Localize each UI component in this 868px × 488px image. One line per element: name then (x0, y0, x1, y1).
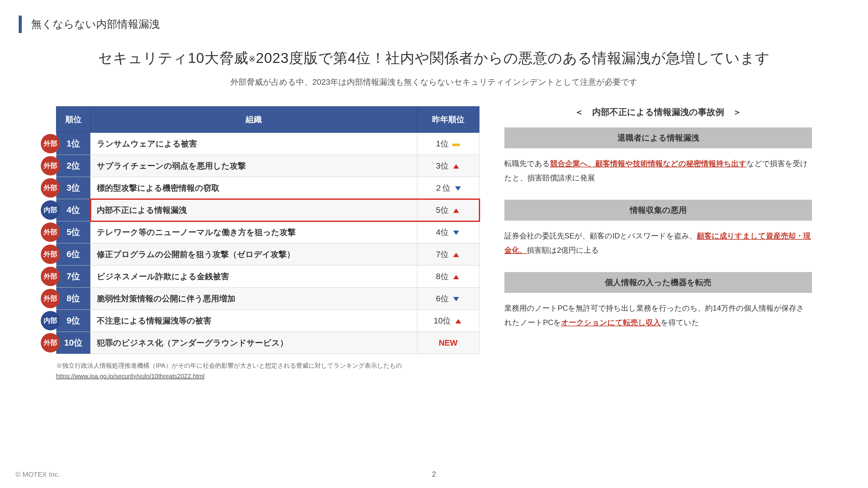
trend-down-icon (454, 184, 462, 193)
threat-name-cell: 不注意による情報漏洩等の被害 (91, 310, 417, 332)
source-badge: 外部 (41, 267, 60, 286)
rank-cell: 内部9位 (56, 310, 91, 332)
prev-rank-cell: NEW (417, 332, 479, 354)
source-badge: 外部 (41, 156, 60, 175)
threat-name-cell: 犯罪のビジネス化（アンダーグラウンドサービス） (91, 332, 417, 354)
case-text-post: 損害額は2億円に上る (527, 246, 599, 254)
source-badge: 外部 (41, 245, 60, 264)
rank-cell: 外部5位 (56, 221, 91, 243)
page-title: セキュリティ10大脅威※2023度版で第4位！社内や関係者からの悪意のある情報漏… (19, 49, 849, 68)
prev-rank-value: 6位 (436, 294, 448, 303)
threat-name-cell: 脆弱性対策情報の公開に伴う悪用増加 (91, 288, 417, 310)
footnote-link[interactable]: https://www.ipa.go.jp/security/vuln/10th… (56, 373, 205, 379)
title-post: 2023度版で第4位！社内や関係者からの悪意のある情報漏洩が急増しています (256, 50, 770, 66)
title-pre: セキュリティ10大脅威 (98, 50, 248, 66)
rank-cell: 外部2位 (56, 155, 91, 177)
trend-up-icon (454, 317, 463, 326)
table-row: 外部8位脆弱性対策情報の公開に伴う悪用増加6位 (56, 288, 479, 310)
prev-rank-new: NEW (439, 338, 458, 347)
threat-name-cell: ランサムウェアによる被害 (91, 133, 417, 155)
source-badge: 外部 (41, 289, 60, 308)
rank-cell: 外部7位 (56, 265, 91, 288)
trend-down-icon (452, 228, 461, 237)
table-row: 外部2位サプライチェーンの弱点を悪用した攻撃3位 (56, 155, 479, 177)
prev-rank-value: 1位 (436, 139, 448, 148)
source-badge: 内部 (41, 200, 60, 220)
svg-rect-0 (453, 144, 460, 146)
page-number: 2 (432, 470, 436, 479)
threat-name-cell: ビジネスメール詐欺による金銭被害 (91, 265, 417, 288)
cases-title: ＜ 内部不正による情報漏洩の事故例 ＞ (504, 106, 812, 118)
source-badge: 外部 (41, 333, 60, 352)
rank-cell: 外部8位 (56, 288, 91, 310)
case-body: 業務用のノートPCを無許可で持ち出し業務を行ったのち、約14万件の個人情報が保存… (504, 301, 812, 329)
prev-rank-cell: ２位 (417, 177, 479, 199)
rank-cell: 外部3位 (56, 177, 91, 199)
prev-rank-cell: 4位 (417, 221, 479, 243)
source-badge: 外部 (41, 134, 60, 153)
table-row: 外部6位修正プログラムの公開前を狙う攻撃（ゼロデイ攻撃）7位 (56, 243, 479, 265)
table-row: 内部4位内部不正による情報漏洩5位 (56, 199, 479, 221)
ranking-table-wrap: 順位 組織 昨年順位 外部1位ランサムウェアによる被害1位外部2位サプライチェー… (56, 106, 479, 354)
case-header: 退職者による情報漏洩 (504, 127, 812, 148)
rank-cell: 外部10位 (56, 332, 91, 354)
prev-rank-value: 4位 (436, 228, 448, 237)
prev-rank-value: ２位 (434, 183, 451, 193)
table-row: 外部3位標的型攻撃による機密情報の窃取２位 (56, 177, 479, 199)
prev-rank-value: 7位 (436, 250, 448, 259)
title-footnote-mark: ※ (248, 54, 256, 64)
trend-up-icon (452, 273, 461, 281)
trend-down-icon (452, 295, 461, 304)
prev-rank-cell: 1位 (417, 133, 479, 155)
prev-rank-cell: 6位 (417, 288, 479, 310)
case-header: 情報収集の悪用 (504, 200, 812, 221)
table-row: 外部10位犯罪のビジネス化（アンダーグラウンドサービス）NEW (56, 332, 479, 354)
footnote: ※独立行政法人情報処理推進機構（IPA）がその年に社会的影響が大きいと想定される… (56, 360, 479, 381)
table-row: 外部1位ランサムウェアによる被害1位 (56, 133, 479, 155)
section-accent-bar (19, 16, 22, 33)
case-body: 転職先である競合企業へ、顧客情報や技術情報などの秘密情報持ち出すなどで損害を受け… (504, 156, 812, 185)
section-header: 無くならない内部情報漏洩 (19, 16, 849, 33)
table-row: 外部7位ビジネスメール詐欺による金銭被害8位 (56, 265, 479, 288)
prev-rank-cell: 7位 (417, 243, 479, 265)
copyright: © MOTEX Inc. (16, 470, 60, 479)
table-row: 外部5位テレワーク等のニューノーマルな働き方を狙った攻撃4位 (56, 221, 479, 243)
footnote-text: ※独立行政法人情報処理推進機構（IPA）がその年に社会的影響が大きいと想定される… (56, 362, 402, 369)
rank-cell: 外部1位 (56, 133, 91, 155)
threat-name-cell: 内部不正による情報漏洩 (91, 199, 417, 221)
threat-name-cell: サプライチェーンの弱点を悪用した攻撃 (91, 155, 417, 177)
trend-up-icon (452, 162, 461, 171)
case-text-emphasis: 競合企業へ、顧客情報や技術情報などの秘密情報持ち出す (550, 159, 747, 168)
case-body: 証券会社の委託先SEが、顧客のIDとパスワードを盗み、顧客に成りすまして資産売却… (504, 229, 812, 257)
trend-flat-icon (452, 140, 461, 149)
prev-rank-cell: 10位 (417, 310, 479, 332)
threat-name-cell: 標的型攻撃による機密情報の窃取 (91, 177, 417, 199)
prev-rank-value: 5位 (436, 205, 448, 215)
table-row: 内部9位不注意による情報漏洩等の被害10位 (56, 310, 479, 332)
col-header-org: 組織 (91, 107, 417, 133)
case-text-pre: 転職先である (504, 159, 550, 168)
source-badge: 内部 (41, 311, 60, 330)
prev-rank-value: 10位 (434, 316, 451, 325)
threat-name-cell: テレワーク等のニューノーマルな働き方を狙った攻撃 (91, 221, 417, 243)
case-header: 個人情報の入った機器を転売 (504, 272, 812, 293)
rank-cell: 内部4位 (56, 199, 91, 221)
ranking-table: 順位 組織 昨年順位 外部1位ランサムウェアによる被害1位外部2位サプライチェー… (56, 106, 479, 354)
section-title: 無くならない内部情報漏洩 (31, 17, 160, 31)
case-text-post: を得ていた (661, 318, 699, 326)
threat-name-cell: 修正プログラムの公開前を狙う攻撃（ゼロデイ攻撃） (91, 243, 417, 265)
rank-cell: 外部6位 (56, 243, 91, 265)
prev-rank-value: 8位 (436, 272, 448, 281)
trend-up-icon (452, 206, 461, 215)
case-text-emphasis: オークションにて転売し収入 (561, 318, 661, 326)
prev-rank-cell: 3位 (417, 155, 479, 177)
prev-rank-cell: 5位 (417, 199, 479, 221)
prev-rank-cell: 8位 (417, 265, 479, 288)
prev-rank-value: 3位 (436, 161, 448, 170)
source-badge: 外部 (41, 223, 60, 242)
source-badge: 外部 (41, 178, 60, 198)
col-header-prev: 昨年順位 (417, 107, 479, 133)
case-text-pre: 証券会社の委託先SEが、顧客のIDとパスワードを盗み、 (504, 232, 697, 240)
trend-up-icon (452, 251, 461, 259)
col-header-rank: 順位 (56, 107, 91, 133)
